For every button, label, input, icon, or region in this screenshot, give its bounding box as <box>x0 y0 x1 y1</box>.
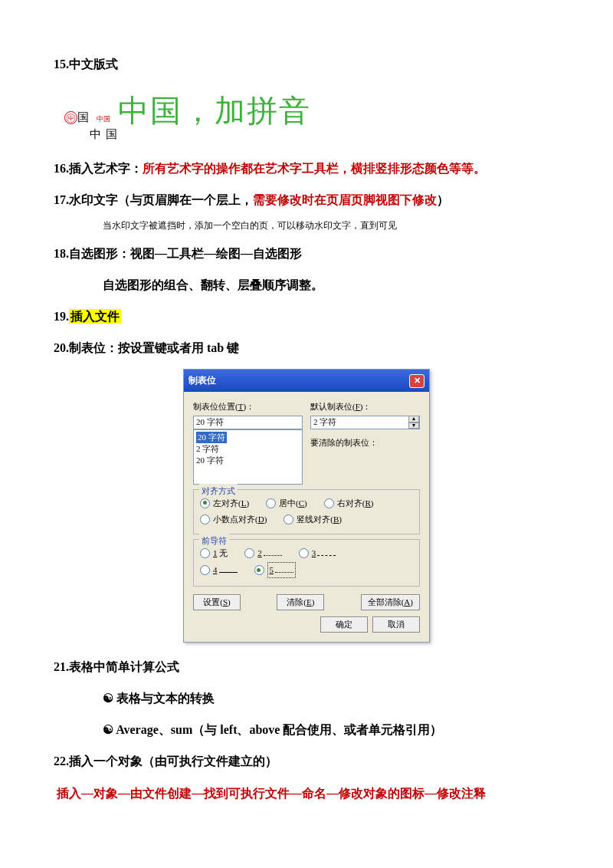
text: Average、sum（与 left、above 配合使用、或者单元格引用） <box>116 723 442 736</box>
leader-group: 前导符 1 无 2 3 4 5 <box>193 539 420 586</box>
item-21b: ☯ Average、sum（与 left、above 配合使用、或者单元格引用） <box>54 719 559 740</box>
num: 15. <box>54 58 69 71</box>
radio-leader-5[interactable]: 5 <box>254 562 297 578</box>
radio-align-right[interactable]: 右对齐(R) <box>324 496 374 511</box>
radio-leader-3[interactable]: 3 <box>299 546 336 561</box>
text: 插入一个对象（由可执行文件建立的） <box>69 755 277 768</box>
radio-align-left[interactable]: 左对齐(L) <box>200 496 249 511</box>
radio-leader-1[interactable]: 1 无 <box>200 546 228 561</box>
item-22: 22.插入一个对象（由可执行文件建立的） <box>54 751 559 771</box>
close-icon[interactable]: ✕ <box>409 374 425 388</box>
radio-align-bar[interactable]: 竖线对齐(B) <box>284 512 342 527</box>
cancel-button[interactable]: 取消 <box>372 616 420 633</box>
label-default-tab: 默认制表位(F)： <box>310 399 420 414</box>
close-paren: ） <box>437 193 449 206</box>
dialog-title: 制表位 <box>188 373 216 388</box>
item-21a: ☯ 表格与文本的转换 <box>54 688 559 709</box>
label: 水印文字 <box>69 193 118 206</box>
char-guo2: 国 <box>106 129 117 140</box>
document-page: 15.中文版式 ㊥ 国 中国 中 国 中国，加拼音 16.插入艺术字：所有艺术字… <box>0 0 613 868</box>
highlighted-text: 插入文件 <box>69 309 121 324</box>
item-17-note: 当水印文字被遮挡时，添加一个空白的页，可以移动水印文字，直到可见 <box>54 218 559 233</box>
num: 21. <box>54 660 69 673</box>
item-18b: 自选图形的组合、翻转、层叠顺序调整。 <box>54 275 559 295</box>
list-item[interactable]: 20 字符 <box>196 432 227 443</box>
list-item[interactable]: 20 字符 <box>196 455 300 466</box>
tabstop-dialog: 制表位 ✕ 制表位位置(T)： 20 字符 2 字符 20 字符 <box>183 369 430 643</box>
chinese-layout-demo: ㊥ 国 中国 中 国 中国，加拼音 <box>54 85 559 144</box>
num: 20. <box>54 341 69 354</box>
text: 自选图形：视图—工具栏—绘图—自选图形 <box>69 247 302 260</box>
label-tab-position: 制表位位置(T)： <box>193 399 303 414</box>
char-guo: 国 <box>77 112 89 123</box>
char-zhong: 中 <box>90 129 101 140</box>
radio-leader-2[interactable]: 2 <box>244 546 282 561</box>
bullet-icon: ☯ <box>103 723 113 736</box>
item-17: 17.水印文字（与页眉脚在一个层上，需要修改时在页眉页脚视图下修改） <box>54 189 559 210</box>
item-16: 16.插入艺术字：所有艺术字的操作都在艺术字工具栏，横排竖排形态颜色等等。 <box>54 158 559 179</box>
alignment-legend: 对齐方式 <box>199 484 238 498</box>
text: 制表位：按设置键或者用 tab 键 <box>69 341 239 354</box>
item-15: 15.中文版式 <box>54 54 559 74</box>
text: 表格中简单计算公式 <box>69 660 179 673</box>
spin-up-icon[interactable]: ▲ <box>408 416 419 422</box>
clear-all-button[interactable]: 全部清除(A) <box>361 594 420 610</box>
big-green-text: 中国，加拼音 <box>118 85 311 137</box>
leader-legend: 前导符 <box>199 534 229 548</box>
num: 17. <box>54 193 69 206</box>
bullet-icon: ☯ <box>103 692 113 705</box>
item-21: 21.表格中简单计算公式 <box>54 656 559 677</box>
dialog-titlebar: 制表位 ✕ <box>184 370 429 391</box>
radio-align-center[interactable]: 居中(C) <box>266 496 307 511</box>
item-20: 20.制表位：按设置键或者用 tab 键 <box>54 337 559 358</box>
label: 插入艺术字： <box>69 162 143 175</box>
tab-position-list[interactable]: 20 字符 2 字符 20 字符 <box>193 429 303 485</box>
list-item[interactable]: 2 字符 <box>196 443 300 455</box>
dialog-container: 制表位 ✕ 制表位位置(T)： 20 字符 2 字符 20 字符 <box>54 369 559 643</box>
item-18: 18.自选图形：视图—工具栏—绘图—自选图形 <box>54 243 559 264</box>
label-clear-tabs: 要清除的制表位： <box>310 436 420 450</box>
num: 19. <box>54 310 69 323</box>
red-text: 需要修改时在页眉页脚视图下修改 <box>253 193 437 206</box>
radio-leader-4[interactable]: 4 <box>200 563 238 577</box>
num: 18. <box>54 247 69 260</box>
clear-button[interactable]: 清除(E) <box>277 594 324 610</box>
tab-position-input[interactable] <box>193 416 303 429</box>
text: 中文版式 <box>69 58 118 71</box>
text: 表格与文本的转换 <box>116 692 215 705</box>
item-19: 19.插入文件 <box>54 306 559 327</box>
item-22-red: 插入—对象—由文件创建—找到可执行文件—命名—修改对象的图标—修改注释 <box>54 783 559 804</box>
ok-button[interactable]: 确定 <box>320 616 368 633</box>
num: 16. <box>54 162 69 175</box>
spin-down-icon[interactable]: ▼ <box>408 422 419 429</box>
set-button[interactable]: 设置(S) <box>193 594 241 610</box>
ruby-top: 中国 <box>97 116 110 123</box>
default-tab-input[interactable] <box>310 416 420 429</box>
alignment-group: 对齐方式 左对齐(L) 居中(C) 右对齐(R) 小数点对齐(D) 竖线对齐(B… <box>193 489 420 534</box>
paren: （与页眉脚在一个层上， <box>118 193 253 206</box>
red-text: 所有艺术字的操作都在艺术字工具栏，横排竖排形态颜色等等。 <box>143 162 486 175</box>
enclosed-char: ㊥ <box>64 111 77 124</box>
dialog-body: 制表位位置(T)： 20 字符 2 字符 20 字符 默认制表位(F)： <box>184 392 429 642</box>
radio-align-decimal[interactable]: 小数点对齐(D) <box>200 512 267 527</box>
num: 22. <box>54 755 69 768</box>
